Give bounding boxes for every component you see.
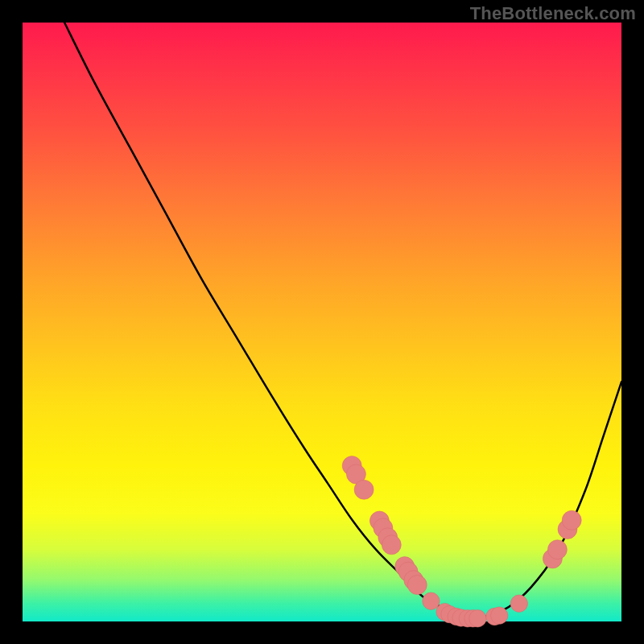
curve-marker [510,595,527,612]
curve-marker [547,540,567,559]
curve-marker [469,610,486,627]
chart-svg-overlay [23,23,621,621]
curve-marker [562,510,581,530]
curve-markers [342,456,581,627]
curve-marker [423,592,440,609]
curve-marker [491,607,508,624]
curve-marker [354,480,374,499]
curve-marker [407,576,427,595]
curve-marker [382,535,401,555]
chart-plot-area [23,23,621,621]
watermark-text: TheBottleneck.com [470,3,636,24]
bottleneck-curve [64,23,621,617]
